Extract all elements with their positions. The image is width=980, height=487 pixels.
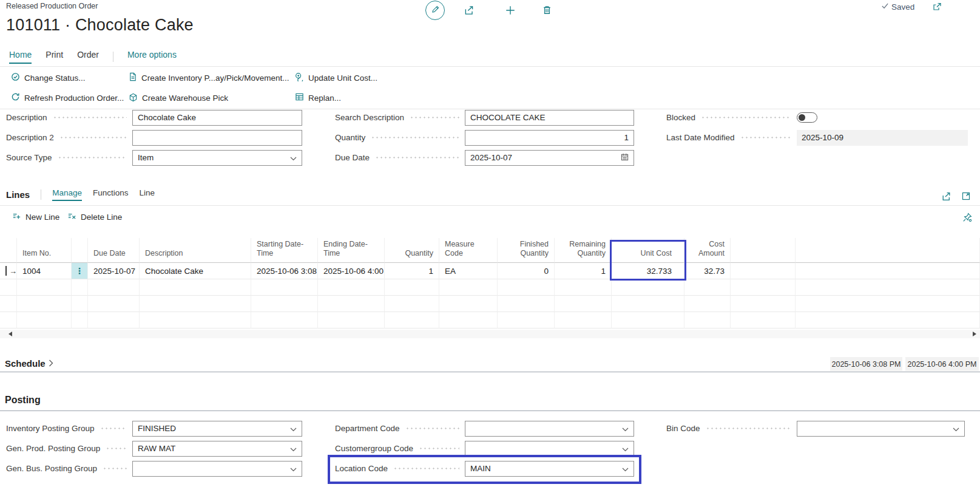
empty-row-cell[interactable] — [318, 279, 385, 296]
empty-row-cell[interactable] — [140, 279, 251, 296]
open-in-window-button[interactable] — [932, 2, 942, 14]
unpin-button[interactable] — [962, 213, 972, 222]
empty-row-cell[interactable] — [72, 312, 88, 329]
create-warehouse-pick-button[interactable]: Create Warehouse Pick — [129, 91, 228, 104]
cell-ending-date-time[interactable]: 2025-10-06 4:00 ... — [318, 263, 385, 279]
column-header-finished-quantity[interactable]: Finished Quantity — [498, 238, 555, 263]
delete-button[interactable] — [542, 5, 552, 18]
scroll-right-arrow-icon[interactable] — [973, 332, 976, 336]
cell-unit-cost[interactable]: 32.733 — [612, 263, 684, 279]
quantity-input[interactable]: 1 — [465, 130, 634, 146]
lines-tab-manage[interactable]: Manage — [52, 188, 82, 201]
empty-row-cell[interactable] — [684, 296, 731, 312]
empty-row-cell[interactable] — [88, 296, 140, 312]
new-line-button[interactable]: New Line — [12, 210, 59, 223]
cell-due-date[interactable]: 2025-10-07 — [88, 263, 140, 279]
cell-finished-quantity[interactable]: 0 — [498, 263, 555, 279]
empty-row-cell[interactable] — [140, 296, 251, 312]
empty-row-cell[interactable] — [318, 312, 385, 329]
empty-row-cell[interactable] — [498, 279, 555, 296]
empty-row-cell[interactable] — [72, 296, 88, 312]
empty-row-cell[interactable] — [251, 296, 318, 312]
due-date-input[interactable]: 2025-10-07 — [465, 150, 634, 166]
tab-print[interactable]: Print — [46, 50, 63, 64]
empty-row-cell[interactable] — [796, 312, 980, 329]
description-input[interactable]: Chocolate Cake — [132, 110, 302, 126]
refresh-production-order-button[interactable]: Refresh Production Order... — [11, 91, 124, 104]
schedule-section-toggle[interactable]: Schedule — [5, 358, 54, 369]
column-header-quantity[interactable]: Quantity — [385, 238, 439, 263]
column-header-starting-date-time[interactable]: Starting Date-Time — [251, 238, 318, 263]
column-header-cost-amount[interactable]: Cost Amount — [684, 238, 731, 263]
cell-description[interactable]: Chocolate Cake — [140, 263, 251, 279]
empty-row-cell[interactable] — [612, 279, 684, 296]
cell-starting-date-time[interactable]: 2025-10-06 3:08 ... — [251, 263, 318, 279]
location-code-dropdown[interactable]: MAIN — [465, 461, 634, 477]
column-header-ending-date-time[interactable]: Ending Date-Time — [318, 238, 385, 263]
empty-row-cell[interactable] — [0, 296, 17, 312]
empty-row-cell[interactable] — [731, 312, 796, 329]
lines-share-button[interactable] — [941, 191, 951, 202]
empty-row-cell[interactable] — [555, 279, 612, 296]
empty-row-cell[interactable] — [555, 312, 612, 329]
tab-order[interactable]: Order — [77, 50, 99, 64]
empty-row-cell[interactable] — [731, 296, 796, 312]
empty-row-cell[interactable] — [0, 279, 17, 296]
department-code-dropdown[interactable] — [465, 421, 634, 437]
empty-row-cell[interactable] — [796, 279, 980, 296]
inventory-posting-group-dropdown[interactable]: FINISHED — [132, 421, 302, 437]
empty-row-cell[interactable] — [385, 296, 439, 312]
gen-bus-posting-group-dropdown[interactable] — [132, 461, 302, 477]
cell-cost-amount[interactable]: 32.73 — [684, 263, 731, 279]
empty-row-cell[interactable] — [251, 279, 318, 296]
change-status-button[interactable]: Change Status... — [11, 71, 86, 84]
delete-line-button[interactable]: Delete Line — [67, 210, 122, 223]
empty-row-cell[interactable] — [0, 312, 17, 329]
calendar-icon[interactable] — [621, 152, 629, 163]
create-inventory-pick-button[interactable]: Create Inventory P...ay/Pick/Movement... — [129, 71, 289, 84]
column-header-due-date[interactable]: Due Date — [88, 238, 140, 263]
empty-row-cell[interactable] — [88, 312, 140, 329]
customergroup-code-dropdown[interactable] — [465, 441, 634, 457]
column-header-remaining-quantity[interactable]: Remaining Quantity — [555, 238, 612, 263]
edit-button[interactable] — [425, 1, 445, 20]
empty-row-cell[interactable] — [796, 296, 980, 312]
empty-row-cell[interactable] — [555, 296, 612, 312]
empty-row-cell[interactable] — [385, 279, 439, 296]
row-menu-button[interactable]: ⋮ — [72, 263, 88, 279]
empty-row-cell[interactable] — [439, 279, 498, 296]
cell-item-no[interactable]: 1004 — [17, 263, 72, 279]
empty-row-cell[interactable] — [439, 296, 498, 312]
empty-row-cell[interactable] — [140, 312, 251, 329]
empty-row-cell[interactable] — [439, 312, 498, 329]
more-options-button[interactable]: More options — [127, 50, 177, 64]
empty-row-cell[interactable] — [498, 312, 555, 329]
column-header-unit-of-measure-code[interactable]: Unit of Measure Code — [439, 238, 498, 263]
empty-row-cell[interactable] — [17, 279, 72, 296]
blocked-toggle[interactable] — [797, 112, 817, 123]
empty-row-cell[interactable] — [684, 312, 731, 329]
new-button[interactable] — [505, 5, 516, 18]
empty-row-cell[interactable] — [612, 296, 684, 312]
description2-input[interactable] — [132, 130, 302, 146]
empty-row-cell[interactable] — [684, 279, 731, 296]
column-header-description[interactable]: Description — [140, 238, 251, 263]
empty-row-cell[interactable] — [612, 312, 684, 329]
gen-prod-posting-group-dropdown[interactable]: RAW MAT — [132, 441, 302, 457]
column-header-item-no[interactable]: Item No. — [17, 238, 72, 263]
empty-row-cell[interactable] — [17, 296, 72, 312]
lines-tab-functions[interactable]: Functions — [93, 188, 129, 201]
source-type-dropdown[interactable]: Item — [132, 150, 302, 166]
empty-row-cell[interactable] — [251, 312, 318, 329]
scroll-left-arrow-icon[interactable] — [8, 332, 12, 336]
empty-row-cell[interactable] — [318, 296, 385, 312]
empty-row-cell[interactable] — [385, 312, 439, 329]
lines-tab-line[interactable]: Line — [140, 188, 155, 201]
cell-remaining-quantity[interactable]: 1 — [555, 263, 612, 279]
cell-quantity[interactable]: 1 — [385, 263, 439, 279]
replan-button[interactable]: Replan... — [295, 91, 341, 104]
tab-home[interactable]: Home — [9, 50, 32, 64]
update-unit-cost-button[interactable]: Update Unit Cost... — [295, 71, 377, 84]
search-description-input[interactable]: CHOCOLATE CAKE — [465, 110, 634, 126]
cell-unit-of-measure-code[interactable]: EA — [439, 263, 498, 279]
